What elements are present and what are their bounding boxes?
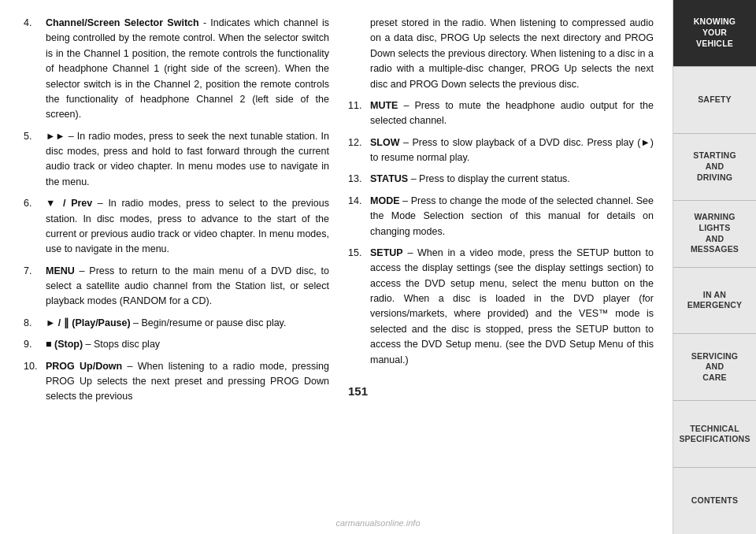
list-text: ►► – In radio modes, press to seek the n… [46,129,329,191]
left-column: 4. Channel/Screen Selector Switch - Indi… [24,16,329,411]
sidebar-item-in-an-emergency[interactable]: IN ANEMERGENCY [673,268,756,335]
list-text: STATUS – Press to display the current st… [370,172,654,187]
main-content: 4. Channel/Screen Selector Switch - Indi… [0,0,673,534]
list-text: MENU – Press to return to the main menu … [46,264,329,310]
right-column: preset stored in the radio. When listeni… [348,16,654,411]
list-number: 12. [348,135,370,166]
list-text: ■ (Stop) – Stops disc play [46,337,329,352]
list-item: 8. ► / ‖ (Play/Pause) – Begin/resume or … [24,316,329,331]
list-item: 9. ■ (Stop) – Stops disc play [24,337,329,352]
list-item: 11. MUTE – Press to mute the headphone a… [348,98,654,129]
sidebar-item-contents[interactable]: CONTENTS [673,468,756,534]
list-text: MODE – Press to change the mode of the s… [370,194,654,239]
list-text: SLOW – Press to slow playback of a DVD d… [370,135,654,166]
list-number: 5. [24,129,46,191]
list-item: 15. SETUP – When in a video mode, press … [348,246,654,368]
list-number: 9. [24,337,46,352]
list-number: 10. [24,359,46,405]
list-text: Channel/Screen Selector Switch - Indicat… [46,16,329,123]
list-number: 8. [24,316,46,331]
sidebar-item-knowing-your-vehicle[interactable]: KNOWINGYOURVEHICLE [673,0,756,67]
sidebar-item-technical-specifications[interactable]: TECHNICALSPECIFICATIONS [673,401,756,468]
list-number: 6. [24,196,46,258]
list-item: 13. STATUS – Press to display the curren… [348,172,654,187]
sidebar-item-warning-lights-and-messages[interactable]: WARNINGLIGHTSANDMESSAGES [673,201,756,268]
list-number: 7. [24,264,46,310]
list-item: 12. SLOW – Press to slow playback of a D… [348,135,654,166]
list-number: 11. [348,98,370,129]
list-number: 14. [348,194,370,239]
list-number [348,16,370,92]
page-number: 151 [348,382,368,400]
list-item: 6. ▼ / Prev – In radio modes, press to s… [24,196,329,258]
list-item: 7. MENU – Press to return to the main me… [24,264,329,310]
bottom-row: 151 [348,374,654,400]
list-number: 15. [348,246,370,368]
list-number: 13. [348,172,370,187]
sidebar-item-safety[interactable]: SAFETY [673,67,756,134]
list-item: 14. MODE – Press to change the mode of t… [348,194,654,239]
watermark: carmanualsonline.info [335,518,420,528]
list-number: 4. [24,16,46,123]
list-item: 4. Channel/Screen Selector Switch - Indi… [24,16,329,123]
right-list: preset stored in the radio. When listeni… [348,16,654,368]
list-text: ► / ‖ (Play/Pause) – Begin/resume or pau… [46,316,329,331]
list-text: preset stored in the radio. When listeni… [370,16,654,92]
list-text: ▼ / Prev – In radio modes, press to sele… [46,196,329,258]
sidebar-item-servicing-and-care[interactable]: SERVICINGANDCARE [673,334,756,401]
list-text: SETUP – When in a video mode, press the … [370,246,654,368]
list-item: preset stored in the radio. When listeni… [348,16,654,92]
left-list: 4. Channel/Screen Selector Switch - Indi… [24,16,329,405]
list-text: MUTE – Press to mute the headphone audio… [370,98,654,129]
list-item: 10. PROG Up/Down – When listening to a r… [24,359,329,405]
sidebar-item-starting-and-driving[interactable]: STARTINGANDDRIVING [673,134,756,201]
list-text: PROG Up/Down – When listening to a radio… [46,359,329,405]
sidebar: KNOWINGYOURVEHICLE SAFETY STARTINGANDDRI… [673,0,756,534]
list-item: 5. ►► – In radio modes, press to seek th… [24,129,329,191]
